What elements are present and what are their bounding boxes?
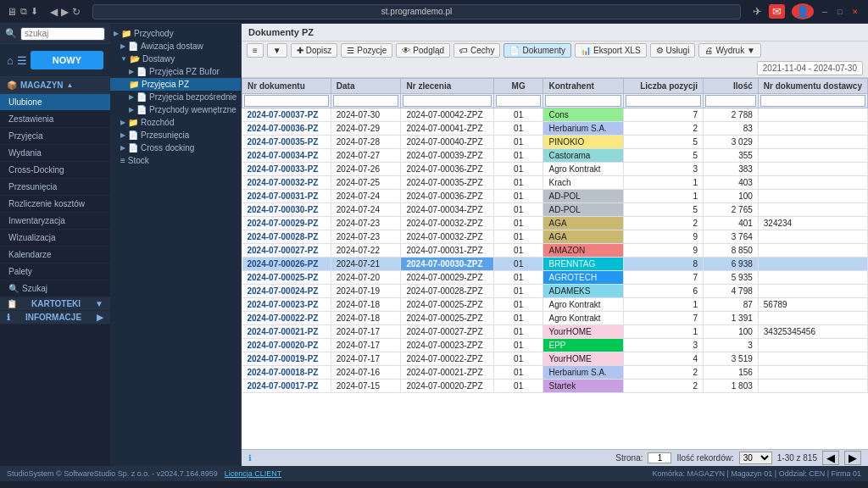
sidebar-item-kartoteki[interactable]: 📋 KARTOTEKI ▼ [0,297,110,311]
maximize-btn[interactable]: □ [834,6,846,18]
license-link[interactable]: Licencja CLIENT [225,469,282,478]
filter-ilosc-input[interactable] [705,95,756,107]
filter-data[interactable] [331,94,401,108]
tree-pz-bufor[interactable]: ▶ 📄 Przyjęcia PZ Bufor [110,65,241,78]
sidebar-item-kalendarze[interactable]: Kalendarze [0,247,110,263]
sidebar-item-wizualizacja[interactable]: Wizualizacja [0,230,110,247]
col-l-poz[interactable]: Liczba pozycji [623,79,703,94]
records-per-page-select[interactable]: 30 50 100 [739,452,772,464]
nav-next-btn[interactable]: ▶ [844,451,861,465]
tree-przyjecia-bezp[interactable]: ▶ 📄 Przyjęcia bezpośrednie [110,91,241,103]
filter-nr-dok-d-input[interactable] [760,95,865,107]
sidebar-item-przyjecia[interactable]: Przyjęcia [0,128,110,145]
tree-awizacja[interactable]: ▶ 📄 Awizacja dostaw [110,40,241,53]
filter-kontrahent-input[interactable] [545,95,620,107]
filter-kontrahent[interactable] [543,94,623,108]
podglad-button[interactable]: 👁 Podgląd [396,43,450,58]
filter-mg[interactable] [493,94,543,108]
sidebar-item-inwentaryzacja[interactable]: Inwentaryzacja [0,213,110,230]
pozycje-button[interactable]: ☰ Pozycje [341,43,392,58]
address-bar[interactable] [92,4,741,19]
col-nr-dok[interactable]: Nr dokumentu [242,79,331,94]
sidebar-item-palety[interactable]: Palety [0,263,110,280]
back-btn[interactable]: ◀ [50,6,58,18]
table-row[interactable]: 2024-07-00026-PZ2024-07-212024-07-00030-… [242,258,868,271]
filter-nr-zlec-input[interactable] [403,95,491,107]
filter-nr-dok-input[interactable] [244,95,329,107]
table-row[interactable]: 2024-07-00037-PZ2024-07-302024-07-00042-… [242,108,868,122]
filter-toggle-btn[interactable]: ▼ [267,43,287,58]
nowy-button[interactable]: NOWY [31,51,103,69]
sidebar-item-rozliczenie[interactable]: Rozliczenie kosztów [0,196,110,213]
filter-nr-dok-d[interactable] [758,94,867,108]
date-range[interactable]: 2021-11-04 - 2024-07-30 [757,61,863,75]
wydruk-button[interactable]: 🖨 Wydruk ▼ [698,43,760,58]
col-data[interactable]: Data [331,79,401,94]
nav-prev-btn[interactable]: ◀ [822,451,839,465]
sidebar-item-ulubione[interactable]: Ulubione [0,94,110,111]
table-row[interactable]: 2024-07-00029-PZ2024-07-232024-07-00032-… [242,217,868,230]
refresh-btn[interactable]: ↻ [72,6,81,18]
filter-nr-dok[interactable] [242,94,331,108]
tree-przesuniecia[interactable]: ▶ 📄 Przesunięcia [110,129,241,141]
close-btn[interactable]: ✕ [849,6,861,18]
col-ilosc[interactable]: Ilość [704,79,759,94]
copy-icon[interactable]: ⧉ [20,6,27,17]
table-row[interactable]: 2024-07-00022-PZ2024-07-182024-07-00025-… [242,312,868,325]
table-row[interactable]: 2024-07-00031-PZ2024-07-242024-07-00036-… [242,190,868,203]
filter-data-input[interactable] [333,95,399,107]
tree-przychody[interactable]: ▶ 📁 Przychody [110,27,241,40]
tree-przyjecia-pz[interactable]: 📁 Przyjęcia PZ [110,78,241,91]
tree-rozchod[interactable]: ▶ 📁 Rozchód [110,116,241,129]
table-row[interactable]: 2024-07-00020-PZ2024-07-172024-07-00023-… [242,339,868,352]
table-row[interactable]: 2024-07-00030-PZ2024-07-242024-07-00034-… [242,203,868,217]
mail-icon[interactable]: ✉ [769,4,785,19]
filter-ilosc[interactable] [704,94,759,108]
tree-dostawy[interactable]: ▼ 📂 Dostawy [110,53,241,65]
menu-button[interactable]: ≡ [247,43,264,58]
home-icon[interactable]: ⌂ [7,54,14,67]
sidebar-item-przesuniecia[interactable]: Przesunięcia [0,179,110,196]
table-row[interactable]: 2024-07-00018-PZ2024-07-162024-07-00021-… [242,366,868,380]
search-input[interactable] [20,27,105,41]
col-mg[interactable]: MG [493,79,543,94]
sidebar-item-szukaj[interactable]: 🔍Szukaj [0,280,110,297]
tree-przychody-wewn[interactable]: ▶ 📄 Przychody wewnętrzne [110,103,241,116]
col-nr-zlec[interactable]: Nr zlecenia [401,79,493,94]
uslugi-button[interactable]: ⚙ Usługi [650,43,696,58]
table-row[interactable]: 2024-07-00017-PZ2024-07-152024-07-00020-… [242,380,868,393]
table-row[interactable]: 2024-07-00032-PZ2024-07-252024-07-00035-… [242,176,868,190]
table-row[interactable]: 2024-07-00023-PZ2024-07-182024-07-00025-… [242,298,868,312]
dokumenty-button[interactable]: 📄 Dokumenty [504,43,571,58]
table-row[interactable]: 2024-07-00028-PZ2024-07-232024-07-00032-… [242,230,868,244]
table-row[interactable]: 2024-07-00036-PZ2024-07-292024-07-00041-… [242,122,868,136]
col-kontrahent[interactable]: Kontrahent [543,79,623,94]
info-icon[interactable]: ℹ [248,453,252,463]
tree-stock[interactable]: ≡ Stock [110,154,241,167]
page-number-input[interactable] [648,452,671,463]
filter-l-poz-input[interactable] [626,95,701,107]
tree-cross-docking[interactable]: ▶ 📄 Cross docking [110,141,241,154]
sidebar-item-informacje[interactable]: ℹ INFORMACJE ▶ [0,311,110,324]
table-row[interactable]: 2024-07-00021-PZ2024-07-172024-07-00027-… [242,325,868,339]
table-row[interactable]: 2024-07-00035-PZ2024-07-282024-07-00040-… [242,136,868,149]
table-row[interactable]: 2024-07-00033-PZ2024-07-262024-07-00036-… [242,163,868,176]
table-row[interactable]: 2024-07-00027-PZ2024-07-222024-07-00031-… [242,244,868,258]
table-row[interactable]: 2024-07-00034-PZ2024-07-272024-07-00039-… [242,149,868,163]
filter-l-poz[interactable] [623,94,703,108]
plane-icon[interactable]: ✈ [753,5,762,18]
col-nr-dok-d[interactable]: Nr dokumentu dostawcy [758,79,867,94]
magazyn-section[interactable]: 📦 MAGAZYN ▲ [0,77,110,94]
table-row[interactable]: 2024-07-00019-PZ2024-07-172024-07-00022-… [242,352,868,366]
sidebar-item-wydania[interactable]: Wydania [0,145,110,162]
filter-mg-input[interactable] [496,95,542,107]
table-row[interactable]: 2024-07-00024-PZ2024-07-192024-07-00028-… [242,285,868,298]
minimize-btn[interactable]: ─ [819,6,831,18]
sidebar-item-crossdocking[interactable]: Cross-Docking [0,162,110,179]
dopisz-button[interactable]: ✚ Dopisz [291,43,338,58]
cechy-button[interactable]: 🏷 Cechy [453,43,500,58]
user-icon[interactable]: 👤 [792,3,814,19]
forward-btn[interactable]: ▶ [61,6,69,18]
list-icon[interactable]: ☰ [17,54,27,67]
table-row[interactable]: 2024-07-00025-PZ2024-07-202024-07-00029-… [242,271,868,285]
